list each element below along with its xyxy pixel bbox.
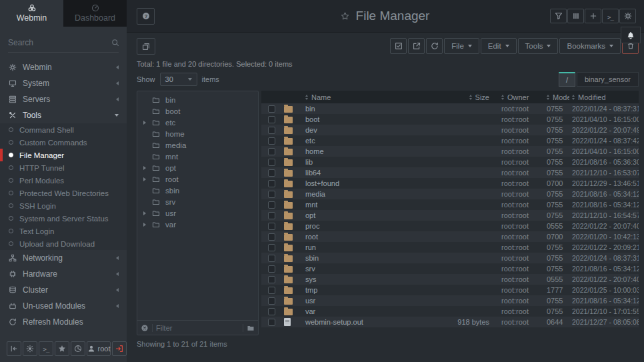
file-name[interactable]: home	[300, 147, 444, 155]
sidebar-item-upload-and-download[interactable]: Upload and Download	[0, 237, 127, 250]
clear-filter-icon[interactable]	[141, 324, 149, 332]
file-name[interactable]: media	[300, 190, 444, 198]
row-checkbox[interactable]	[268, 105, 275, 113]
row-checkbox[interactable]	[268, 191, 275, 198]
file-name[interactable]: proc	[300, 222, 444, 230]
sidebar-section-un-used-modules[interactable]: Un-used Modules	[0, 298, 127, 314]
collapse-sidebar-button[interactable]	[7, 341, 21, 356]
sidebar-section-system[interactable]: System	[0, 75, 127, 91]
sidebar-item-text-login[interactable]: Text Login	[0, 225, 127, 237]
row-checkbox[interactable]	[268, 265, 275, 273]
notifications-bell-button[interactable]	[621, 27, 641, 43]
table-row-proc[interactable]: proc root:root 0555 2022/01/22 - 20:07:4…	[261, 221, 639, 231]
file-name[interactable]: lib	[300, 158, 444, 166]
row-checkbox[interactable]	[268, 212, 275, 219]
row-checkbox[interactable]	[268, 297, 275, 305]
table-row-opt[interactable]: opt root:root 0755 2021/12/10 - 16:54:57	[261, 210, 639, 221]
table-row-home[interactable]: home root:root 0755 2021/04/10 - 16:15:0…	[261, 146, 639, 157]
table-row-bin[interactable]: bin root:root 0755 2022/01/24 - 08:37:31	[261, 103, 639, 114]
file-name[interactable]: bin	[300, 105, 444, 113]
tree-item-boot[interactable]: boot	[137, 105, 258, 117]
expand-arrow-icon[interactable]	[143, 211, 152, 215]
open-with-button[interactable]	[408, 38, 425, 54]
sidebar-item-command-shell[interactable]: Command Shell	[0, 123, 127, 136]
tree-item-media[interactable]: media	[137, 139, 258, 151]
row-checkbox[interactable]	[268, 201, 275, 209]
tree-item-opt[interactable]: opt	[137, 162, 258, 173]
file-name[interactable]: var	[300, 307, 444, 315]
file-name[interactable]: webmin-setup.out	[300, 318, 444, 326]
file-name[interactable]: opt	[300, 211, 444, 219]
table-row-sbin[interactable]: sbin root:root 0755 2022/01/24 - 08:37:3…	[261, 253, 639, 263]
sidebar-item-file-manager[interactable]: File Manager	[0, 149, 127, 161]
table-row-lib64[interactable]: lib64 root:root 0755 2021/12/10 - 16:53:…	[261, 167, 639, 178]
column-header-size[interactable]: Size	[444, 93, 492, 101]
table-row-usr[interactable]: usr root:root 0755 2021/08/16 - 05:34:12	[261, 295, 639, 306]
table-row-dev[interactable]: dev root:root 0755 2022/01/22 - 20:07:49	[261, 125, 639, 135]
table-row-var[interactable]: var root:root 0755 2021/12/10 - 17:01:55	[261, 306, 639, 317]
row-checkbox[interactable]	[268, 180, 275, 187]
file-name[interactable]: lost+found	[300, 179, 444, 187]
columns-button[interactable]	[567, 9, 584, 23]
sidebar-item-protected-web-directories[interactable]: Protected Web Directories	[0, 187, 127, 199]
table-row-media[interactable]: media root:root 0755 2021/08/16 - 05:34:…	[261, 189, 639, 199]
sidebar-item-custom-commands[interactable]: Custom Commands	[0, 136, 127, 149]
expand-arrow-icon[interactable]	[143, 223, 152, 227]
sidebar-section-webmin[interactable]: Webmin	[0, 59, 127, 75]
column-header-mode[interactable]: Mode	[537, 93, 569, 101]
file-name[interactable]: root	[300, 233, 444, 241]
theme-sun-button[interactable]	[23, 341, 37, 356]
row-checkbox[interactable]	[268, 116, 275, 123]
tree-item-var[interactable]: var	[137, 219, 258, 230]
file-name[interactable]: run	[300, 243, 444, 251]
tree-item-home[interactable]: home	[137, 128, 258, 139]
column-header-modified[interactable]: Modified	[569, 93, 639, 101]
table-row-webmin-setup-out[interactable]: webmin-setup.out 918 bytes root:root 064…	[261, 317, 639, 327]
row-checkbox[interactable]	[268, 169, 275, 177]
tree-filter-input[interactable]: Filter	[156, 324, 239, 332]
table-row-etc[interactable]: etc root:root 0755 2022/01/24 - 08:37:42	[261, 135, 639, 146]
menu-bookmarks[interactable]: Bookmarks	[559, 38, 621, 54]
file-name[interactable]: lib64	[300, 169, 444, 177]
gear-button[interactable]	[619, 9, 636, 23]
row-checkbox[interactable]	[268, 276, 275, 283]
sidebar-section-networking[interactable]: Networking	[0, 250, 127, 266]
table-row-lost-found[interactable]: lost+found root:root 0700 2021/12/29 - 1…	[261, 178, 639, 189]
sidebar-section-hardware[interactable]: Hardware	[0, 266, 127, 282]
file-name[interactable]: srv	[300, 265, 444, 273]
logout-button[interactable]	[112, 341, 127, 356]
refresh-button[interactable]	[426, 38, 443, 54]
file-name[interactable]: mnt	[300, 201, 444, 209]
row-checkbox[interactable]	[268, 159, 275, 166]
table-row-boot[interactable]: boot root:root 0755 2021/04/10 - 16:15:0…	[261, 114, 639, 125]
menu-tools[interactable]: Tools	[518, 38, 559, 54]
table-row-run[interactable]: run root:root 0755 2022/01/22 - 20:09:21	[261, 242, 639, 253]
sidebar-section-servers[interactable]: Servers	[0, 91, 127, 107]
menu-edit[interactable]: Edit	[481, 38, 517, 54]
row-checkbox[interactable]	[268, 255, 275, 262]
sidebar-section-tools[interactable]: Tools	[0, 107, 127, 123]
table-row-sys[interactable]: sys root:root 0555 2022/01/22 - 20:07:40	[261, 274, 639, 285]
tree-item-sbin[interactable]: sbin	[137, 185, 258, 196]
file-name[interactable]: sys	[300, 275, 444, 283]
tree-item-root[interactable]: root	[137, 173, 258, 185]
row-checkbox[interactable]	[268, 137, 275, 145]
row-checkbox[interactable]	[268, 319, 275, 326]
tree-item-etc[interactable]: etc	[137, 117, 258, 128]
plus-button[interactable]	[585, 9, 601, 23]
terminal-button[interactable]: >_	[602, 9, 619, 23]
row-checkbox[interactable]	[268, 233, 275, 241]
table-row-srv[interactable]: srv root:root 0755 2021/08/16 - 05:34:12	[261, 263, 639, 274]
tab-dashboard[interactable]: Dashboard	[63, 0, 127, 27]
file-name[interactable]: dev	[300, 126, 444, 134]
table-row-tmp[interactable]: tmp root:root 1777 2022/01/25 - 10:00:03	[261, 285, 639, 295]
terminal-button[interactable]: >_	[39, 341, 53, 356]
row-checkbox[interactable]	[268, 244, 275, 251]
sidebar-section-cluster[interactable]: Cluster	[0, 282, 127, 298]
table-row-mnt[interactable]: mnt root:root 0755 2021/08/16 - 05:34:12	[261, 199, 639, 210]
menu-file[interactable]: File	[444, 38, 479, 54]
file-name[interactable]: sbin	[300, 254, 444, 262]
expand-arrow-icon[interactable]	[143, 121, 152, 125]
items-per-page-select[interactable]: 30	[160, 73, 197, 86]
select-all-button[interactable]	[390, 38, 407, 54]
